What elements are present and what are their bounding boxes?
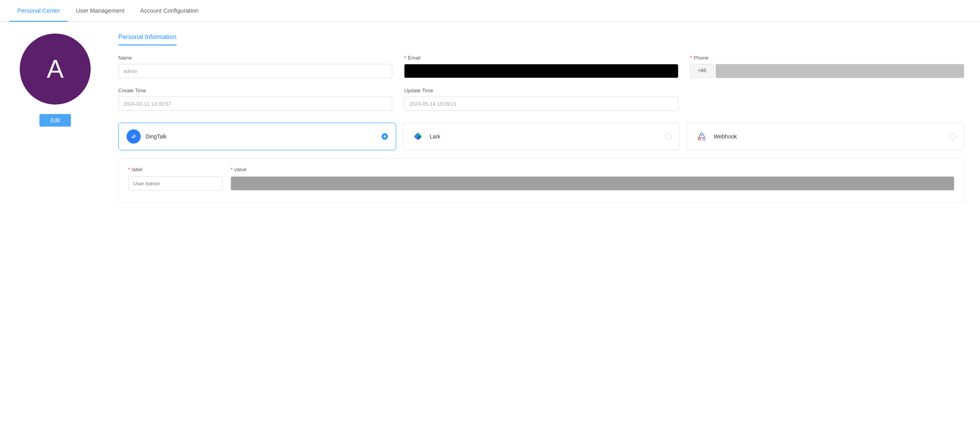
dingtalk-label: DingTalk xyxy=(145,133,167,140)
left-panel: A Edit xyxy=(16,34,95,203)
nav-personal-center[interactable]: Personal Center xyxy=(9,0,68,22)
dingtalk-icon xyxy=(127,129,141,144)
lark-radio[interactable] xyxy=(665,133,672,140)
nav-user-management[interactable]: User Management xyxy=(68,0,132,22)
right-panel: Personal Information Name * Email xyxy=(118,34,964,203)
phone-input[interactable] xyxy=(715,64,964,78)
name-input[interactable] xyxy=(118,64,392,78)
dingtalk-card-left: DingTalk xyxy=(127,129,167,144)
phone-input-group: +86 xyxy=(690,64,964,78)
webhook-radio[interactable] xyxy=(950,133,956,140)
phone-required-star: * xyxy=(690,55,692,61)
phone-label: * Phone xyxy=(690,55,964,61)
nav-account-configuration[interactable]: Account Configuration xyxy=(132,0,207,22)
create-time-group: Create Time xyxy=(118,88,392,111)
avatar-letter: A xyxy=(47,54,64,84)
webhook-icon xyxy=(695,129,709,144)
email-field-group: * Email xyxy=(404,55,678,78)
phone-label-text: Phone xyxy=(694,55,709,61)
email-label: * Email xyxy=(404,55,678,61)
top-navigation: Personal Center User Management Account … xyxy=(0,0,980,22)
update-time-input xyxy=(404,97,678,111)
webhook-label: Webhook xyxy=(714,133,737,140)
phone-field-group: * Phone +86 xyxy=(690,55,964,78)
email-required-star: * xyxy=(404,55,406,61)
dingtalk-radio[interactable] xyxy=(382,133,388,140)
label-value-section: * label * value xyxy=(118,158,964,203)
edit-avatar-button[interactable]: Edit xyxy=(39,114,71,127)
lark-card-left: Lark xyxy=(411,129,440,144)
integration-card-dingtalk[interactable]: DingTalk xyxy=(118,123,396,150)
integration-card-lark[interactable]: Lark xyxy=(402,123,680,150)
value-column: * value xyxy=(231,166,954,191)
lark-label: Lark xyxy=(430,133,440,140)
avatar: A xyxy=(20,34,91,105)
email-input[interactable] xyxy=(404,64,678,78)
name-label: Name xyxy=(118,55,392,61)
update-time-group: Update Time xyxy=(404,88,678,111)
value-required-star: * xyxy=(231,166,233,172)
label-value-grid: * label * value xyxy=(128,166,954,191)
update-time-label: Update Time xyxy=(404,88,678,93)
personal-info-form: Name * Email * Phone xyxy=(118,55,964,78)
email-label-text: Email xyxy=(408,55,421,61)
main-content: A Edit Personal Information Name * Email xyxy=(0,22,980,215)
label-input[interactable] xyxy=(128,176,223,191)
value-input[interactable] xyxy=(231,176,954,191)
create-time-label: Create Time xyxy=(118,88,392,93)
svg-point-2 xyxy=(701,133,703,135)
phone-prefix: +86 xyxy=(690,64,714,78)
svg-point-1 xyxy=(703,138,705,140)
value-header-text: value xyxy=(234,166,246,172)
label-column: * label xyxy=(128,166,223,191)
integration-cards: DingTalk Lark xyxy=(118,123,964,150)
label-required-star: * xyxy=(128,166,130,172)
webhook-card-left: Webhook xyxy=(695,129,737,144)
lark-icon xyxy=(411,129,425,144)
svg-point-0 xyxy=(698,138,701,140)
create-time-input xyxy=(118,97,392,111)
name-field-group: Name xyxy=(118,55,392,78)
time-fields: Create Time Update Time xyxy=(118,88,964,111)
label-header-text: label xyxy=(132,166,142,172)
value-column-header: * value xyxy=(231,166,954,172)
personal-info-title: Personal Information xyxy=(118,34,177,45)
integration-card-webhook[interactable]: Webhook xyxy=(686,123,964,150)
label-column-header: * label xyxy=(128,166,223,172)
